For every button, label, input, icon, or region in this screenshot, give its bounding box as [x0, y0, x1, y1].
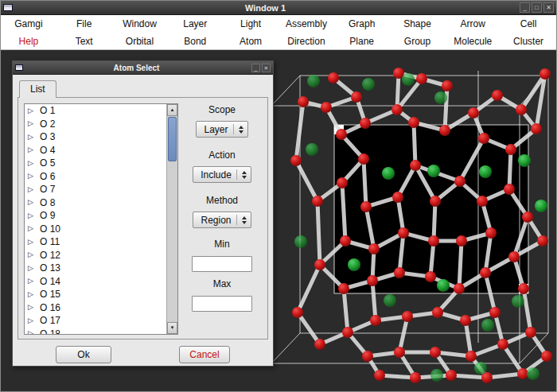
menu-item-orbital[interactable]: Orbital [112, 36, 168, 47]
list-item[interactable]: ▷O 16 [25, 301, 166, 315]
max-input[interactable] [192, 296, 252, 312]
atom-red[interactable] [518, 283, 529, 294]
list-item[interactable]: ▷O 6 [25, 170, 166, 184]
atom-red[interactable] [337, 177, 348, 188]
atom-red[interactable] [290, 155, 302, 166]
menu-item-arrow[interactable]: Arrow [445, 18, 501, 29]
list-item[interactable]: ▷O 15 [25, 288, 166, 301]
atom-red[interactable] [408, 117, 419, 128]
list-item[interactable]: ▷O 9 [25, 209, 166, 223]
atom-green[interactable] [348, 258, 360, 271]
dialog-titlebar[interactable]: Atom Select _ ✕ [13, 61, 273, 75]
atom-red[interactable] [367, 275, 378, 286]
atom-red[interactable] [525, 327, 536, 338]
atom-green[interactable] [474, 362, 487, 375]
menu-item-direction[interactable]: Direction [278, 36, 334, 47]
atom-green[interactable] [527, 367, 539, 380]
expander-icon[interactable]: ▷ [28, 265, 35, 272]
expander-icon[interactable]: ▷ [28, 317, 35, 324]
atom-red[interactable] [338, 283, 349, 294]
list-scrollbar[interactable]: ▲ ▼ [166, 104, 177, 334]
atom-red[interactable] [454, 176, 465, 187]
atom-red[interactable] [336, 129, 347, 140]
atom-red[interactable] [485, 227, 497, 239]
atom-red[interactable] [328, 72, 339, 83]
atom-red[interactable] [489, 307, 501, 318]
menu-item-file[interactable]: File [56, 18, 112, 29]
atom-red[interactable] [394, 347, 405, 358]
atom-red[interactable] [410, 160, 421, 171]
atom-green[interactable] [382, 167, 395, 180]
atom-red[interactable] [508, 251, 520, 262]
expander-icon[interactable]: ▷ [28, 186, 35, 193]
scroll-down-icon[interactable]: ▼ [167, 322, 177, 334]
menu-item-layer[interactable]: Layer [167, 18, 223, 29]
list-item[interactable]: ▷O 14 [25, 275, 166, 289]
cancel-button[interactable]: Cancel [179, 346, 230, 363]
atom-red[interactable] [460, 315, 471, 326]
expander-icon[interactable]: ▷ [28, 251, 35, 258]
expander-icon[interactable]: ▷ [28, 134, 35, 141]
atom-red[interactable] [446, 370, 457, 381]
atom-red[interactable] [292, 307, 303, 318]
atom-red[interactable] [541, 351, 552, 362]
atom-red[interactable] [430, 196, 441, 207]
atom-red[interactable] [374, 370, 385, 381]
tab-list[interactable]: List [19, 80, 56, 98]
atom-green[interactable] [306, 143, 318, 156]
atom-green[interactable] [434, 91, 447, 104]
atom-red[interactable] [394, 267, 405, 278]
atom-red[interactable] [370, 315, 381, 326]
menu-item-cluster[interactable]: Cluster [501, 36, 556, 47]
atom-green[interactable] [481, 319, 494, 332]
list-item[interactable]: ▷O 13 [25, 262, 166, 275]
atom-red[interactable] [298, 96, 309, 107]
atom-red[interactable] [391, 104, 403, 115]
atom-red[interactable] [477, 196, 488, 207]
atom-red[interactable] [439, 125, 450, 136]
atom-red[interactable] [539, 68, 551, 80]
list-item[interactable]: ▷O 3 [25, 130, 166, 144]
list-item[interactable]: ▷O 8 [25, 196, 166, 210]
menu-item-atom[interactable]: Atom [223, 36, 278, 47]
atom-green[interactable] [535, 200, 547, 212]
atom-red[interactable] [531, 123, 542, 134]
atom-red[interactable] [504, 184, 515, 195]
menu-item-cell[interactable]: Cell [501, 18, 556, 29]
expander-icon[interactable]: ▷ [28, 212, 35, 219]
close-icon[interactable]: ✕ [543, 2, 554, 13]
expander-icon[interactable]: ▷ [28, 120, 35, 127]
atom-green[interactable] [430, 369, 443, 382]
list-item[interactable]: ▷O 11 [25, 235, 166, 249]
expander-icon[interactable]: ▷ [28, 107, 35, 114]
list-item[interactable]: ▷O 4 [25, 144, 166, 157]
atom-green[interactable] [479, 165, 492, 178]
menu-item-text[interactable]: Text [56, 36, 112, 47]
atom-red[interactable] [517, 368, 528, 379]
atom-red[interactable] [442, 80, 453, 91]
atom-red[interactable] [392, 192, 403, 203]
atom-green[interactable] [427, 165, 440, 177]
menu-item-assembly[interactable]: Assembly [278, 18, 334, 29]
menu-item-group[interactable]: Group [390, 36, 446, 47]
atom-red[interactable] [398, 227, 409, 239]
atom-red[interactable] [416, 73, 427, 84]
atom-green[interactable] [294, 235, 307, 248]
menu-item-bond[interactable]: Bond [167, 36, 223, 47]
scroll-up-icon[interactable]: ▲ [167, 104, 177, 116]
list-item[interactable]: ▷O 1 [25, 104, 166, 118]
window-titlebar[interactable]: Window 1 _ □ ✕ [1, 1, 556, 15]
atom-red[interactable] [454, 283, 465, 294]
menu-item-molecule[interactable]: Molecule [445, 36, 501, 47]
atom-green[interactable] [362, 78, 375, 91]
maximize-icon[interactable]: □ [532, 2, 542, 13]
expander-icon[interactable]: ▷ [28, 225, 35, 232]
atom-red[interactable] [480, 267, 491, 278]
atom-red[interactable] [312, 196, 323, 207]
atom-red[interactable] [314, 339, 325, 350]
atom-green[interactable] [307, 75, 320, 87]
atom-red[interactable] [351, 91, 362, 103]
atom-red[interactable] [425, 271, 436, 282]
atom-red[interactable] [321, 102, 332, 113]
atom-red[interactable] [516, 104, 527, 115]
